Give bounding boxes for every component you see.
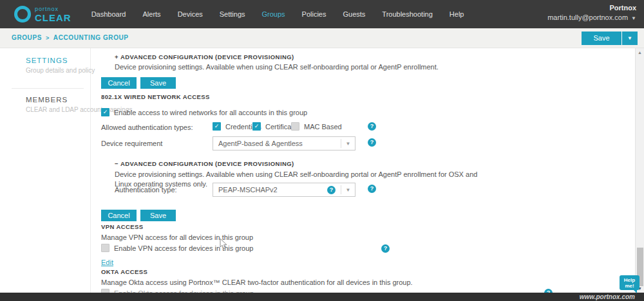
wired-access-title: 802.1X WIRED NETWORK ACCESS <box>101 93 210 100</box>
vpn-description: Manage VPN access for all devices in thi… <box>101 233 253 242</box>
chevron-down-icon: ▼ <box>631 15 636 21</box>
auth-type-label: Authentication type: <box>115 186 177 194</box>
sidebar-settings-sublabel: Group details and policy <box>26 67 95 74</box>
device-requirement-value: AgentP-based & Agentless <box>213 140 341 147</box>
device-requirement-dropdown[interactable]: AgentP-based & Agentless ▼ <box>213 136 355 150</box>
okta-access-title: OKTA ACCESS <box>101 268 147 275</box>
sidebar-divider <box>90 48 91 293</box>
advanced-config-top-toggle[interactable]: + ADVANCED CONFIGURATION (DEVICE PROVISI… <box>115 53 294 60</box>
vertical-scrollbar[interactable]: ▲ ▼ <box>635 48 644 293</box>
chevron-down-icon: ▼ <box>341 187 355 193</box>
auth-types-label: Allowed authentication types: <box>101 123 193 131</box>
scroll-up-arrow-icon[interactable]: ▲ <box>638 50 642 55</box>
brand-product: CLEAR <box>35 13 71 23</box>
enable-vpn-label: Enable VPN access for devices in this gr… <box>114 244 253 252</box>
enable-vpn-checkbox-row[interactable]: Enable VPN access for devices in this gr… <box>101 244 253 252</box>
account-user: martin.tully@portnox.com <box>547 14 628 21</box>
save-dropdown-chevron-icon[interactable]: ▼ <box>622 32 638 45</box>
breadcrumb-groups[interactable]: GROUPS <box>12 34 42 41</box>
vpn-access-title: VPN ACCESS <box>101 223 143 230</box>
nav-item-settings[interactable]: Settings <box>211 0 254 28</box>
breadcrumb-bar: GROUPS>ACCOUNTING GROUP Save ▼ <box>0 28 644 48</box>
help-icon[interactable]: ? <box>327 186 336 194</box>
enable-wired-label: Enable access to wired networks for all … <box>114 109 307 116</box>
minus-icon: − <box>115 160 118 167</box>
page: portnox CLEAR Dashboard Alerts Devices S… <box>0 0 644 301</box>
auth-type-value: PEAP-MSCHAPv2 <box>213 186 327 194</box>
help-me-button[interactable]: Help me! <box>620 275 639 290</box>
enable-wired-checkbox-row[interactable]: Enable access to wired networks for all … <box>101 108 307 116</box>
top-navbar: portnox CLEAR Dashboard Alerts Devices S… <box>0 0 644 28</box>
checkbox-checked-icon[interactable] <box>213 122 221 131</box>
sidebar-settings-label: SETTINGS <box>26 57 95 64</box>
account-menu[interactable]: Portnox martin.tully@portnox.com▼ <box>547 4 636 21</box>
footer-url: www.portnox.com <box>580 293 635 300</box>
breadcrumb-separator-icon: > <box>46 35 50 41</box>
advanced-config-top-title: ADVANCED CONFIGURATION (DEVICE PROVISION… <box>120 53 294 60</box>
account-org: Portnox <box>547 4 636 12</box>
content-area: SETTINGS Group details and policy MEMBER… <box>0 48 644 293</box>
nav-item-dashboard[interactable]: Dashboard <box>83 0 135 28</box>
save-button-form[interactable]: Save <box>140 77 176 89</box>
save-split-button: Save ▼ <box>582 32 638 45</box>
nav-item-groups[interactable]: Groups <box>254 0 294 28</box>
help-icon[interactable]: ? <box>381 244 390 253</box>
save-button-form-2[interactable]: Save <box>140 210 176 221</box>
cancel-button-2[interactable]: Cancel <box>101 210 137 221</box>
nav-item-policies[interactable]: Policies <box>294 0 335 28</box>
breadcrumb: GROUPS>ACCOUNTING GROUP <box>12 34 129 41</box>
save-button[interactable]: Save <box>582 32 621 45</box>
checkbox-unchecked-icon[interactable] <box>291 122 299 131</box>
chevron-down-icon: ▼ <box>341 141 355 147</box>
help-icon[interactable]: ? <box>368 138 376 147</box>
nav-item-help[interactable]: Help <box>441 0 473 28</box>
nav-item-guests[interactable]: Guests <box>334 0 374 28</box>
nav-item-devices[interactable]: Devices <box>169 0 211 28</box>
auth-type-dropdown[interactable]: PEAP-MSCHAPv2 ? ▼ <box>213 183 355 197</box>
sidebar-section-divider <box>12 88 84 89</box>
footer-bar: www.portnox.com <box>0 293 644 301</box>
okta-description: Manage Okta access using Portnox™ CLEAR … <box>101 278 413 287</box>
plus-icon: + <box>115 53 118 60</box>
help-icon[interactable]: ? <box>368 185 376 193</box>
edit-link[interactable]: Edit <box>101 259 113 266</box>
sidebar-item-settings[interactable]: SETTINGS Group details and policy <box>26 57 95 74</box>
mouse-cursor-icon <box>220 239 228 250</box>
advanced-config-inner-toggle[interactable]: − ADVANCED CONFIGURATION (DEVICE PROVISI… <box>115 160 294 167</box>
breadcrumb-current: ACCOUNTING GROUP <box>53 34 129 41</box>
nav-items: Dashboard Alerts Devices Settings Groups… <box>83 0 473 28</box>
nav-item-troubleshooting[interactable]: Troubleshooting <box>374 0 440 28</box>
advanced-config-inner-title: ADVANCED CONFIGURATION (DEVICE PROVISION… <box>120 160 294 167</box>
nav-item-alerts[interactable]: Alerts <box>135 0 169 28</box>
auth-type-mac-based[interactable]: MAC Based <box>291 122 342 131</box>
portnox-clear-logo[interactable]: portnox CLEAR <box>14 6 71 23</box>
checkbox-checked-icon[interactable] <box>101 108 109 116</box>
brand-name: portnox <box>35 6 71 12</box>
help-icon[interactable]: ? <box>368 122 376 131</box>
checkbox-unchecked-icon[interactable] <box>101 244 109 252</box>
portnox-ring-icon <box>14 6 31 23</box>
device-requirement-label: Device requirement <box>101 140 162 147</box>
mac-based-label: MAC Based <box>304 123 342 131</box>
advanced-config-top-description: Device provisioning settings. Available … <box>115 62 439 72</box>
checkbox-checked-icon[interactable] <box>252 122 261 131</box>
cancel-button[interactable]: Cancel <box>101 77 137 89</box>
